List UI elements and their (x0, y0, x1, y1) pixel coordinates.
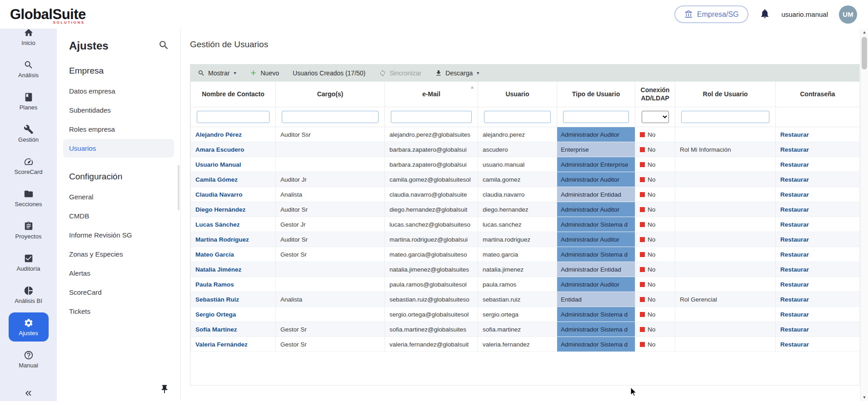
column-header-contrasena[interactable]: Contraseña (776, 82, 860, 107)
scrollbar-thumb[interactable] (862, 37, 867, 69)
sidebar-item-general[interactable]: General (63, 188, 174, 206)
restaurar-link[interactable]: Restaurar (780, 191, 809, 198)
column-header-name[interactable]: Nombre de Contacto (191, 82, 276, 107)
user-name-link[interactable]: Amara Escudero (195, 146, 244, 153)
user-name-link[interactable]: Camila Gómez (195, 176, 238, 183)
filter-input-email[interactable] (391, 111, 472, 123)
filter-input-usuario[interactable] (484, 111, 551, 123)
ldap-status-icon (640, 267, 645, 272)
restaurar-link[interactable]: Restaurar (780, 176, 809, 183)
filter-input-cargo[interactable] (282, 111, 379, 123)
user-name-link[interactable]: Claudia Navarro (195, 191, 243, 198)
column-header-rol[interactable]: Rol de Usuario (675, 82, 776, 107)
rail-item-proyectos[interactable]: Proyectos (9, 216, 49, 245)
column-header-conexion[interactable]: Conexión AD/LDAP (635, 82, 675, 107)
cell-cargo: Analista (276, 292, 385, 307)
sidebar-search-button[interactable] (158, 40, 170, 52)
cell-name: Sofía Martínez (191, 322, 276, 337)
filter-input-tipo[interactable] (563, 111, 629, 123)
sidebar-item-cmdb[interactable]: CMDB (63, 207, 174, 225)
restaurar-link[interactable]: Restaurar (780, 206, 809, 213)
restaurar-link[interactable]: Restaurar (780, 326, 809, 333)
ldap-status-icon (640, 207, 645, 212)
user-name-link[interactable]: Diego Hernández (195, 206, 245, 213)
restaurar-link[interactable]: Restaurar (780, 341, 809, 348)
restaurar-link[interactable]: Restaurar (780, 221, 809, 228)
rail-item-ajustes[interactable]: Ajustes (9, 312, 49, 342)
nuevo-button[interactable]: Nuevo (249, 69, 279, 77)
restaurar-link[interactable]: Restaurar (780, 146, 809, 153)
user-name-link[interactable]: Usuario Manual (195, 161, 241, 168)
cell-email: sebastian.ruiz@globalsuiteso (385, 292, 478, 307)
rail-item-inicio[interactable]: Inicio (9, 29, 49, 51)
user-row: Valeria FernándezGestor Srvaleria.fernan… (191, 337, 860, 352)
restaurar-link[interactable]: Restaurar (780, 296, 809, 303)
rail-item-analisis-bi[interactable]: Análisis BI (9, 280, 49, 309)
rail-item-scorecard[interactable]: ScoreCard (9, 151, 49, 180)
collapse-rail-button[interactable]: « (25, 386, 31, 398)
restaurar-link[interactable]: Restaurar (780, 161, 809, 168)
user-row: Claudia NavarroAnalistaclaudia.navarro@g… (191, 187, 860, 202)
rail-item-auditoria[interactable]: Auditoría (9, 248, 49, 277)
user-name-link[interactable]: Valeria Fernández (195, 341, 248, 348)
rail-item-label: Proyectos (15, 233, 42, 239)
restaurar-link[interactable]: Restaurar (780, 131, 809, 138)
user-name-link[interactable]: Lucas Sánchez (195, 221, 240, 228)
sidebar-section-title-empresa: Empresa (57, 52, 180, 81)
search-icon (158, 40, 170, 51)
help-icon (24, 350, 34, 360)
user-row: Sergio Ortegasergio.ortega@globalsuiteso… (191, 307, 860, 322)
company-sg-button[interactable]: Empresa/SG (674, 5, 749, 23)
sidebar-item-scorecard[interactable]: ScoreCard (63, 283, 174, 302)
sincronizar-button[interactable]: Sincronizar (379, 69, 421, 77)
descarga-button[interactable]: Descarga ▾ (435, 69, 479, 77)
mostrar-button[interactable]: Mostrar ▾ (198, 69, 236, 77)
user-name-link[interactable]: Alejandro Pérez (195, 131, 242, 138)
sidebar-item-datos-empresa[interactable]: Datos empresa (63, 82, 174, 100)
column-header-email[interactable]: e-Mail▲ (385, 82, 478, 107)
user-name-link[interactable]: Sebastián Ruiz (195, 296, 239, 303)
ldap-status-icon (640, 147, 645, 152)
user-name-link[interactable]: Martina Rodríguez (195, 236, 249, 243)
column-header-cargo[interactable]: Cargo(s) (276, 82, 385, 107)
scrollbar-down-arrow[interactable]: ▼ (861, 394, 868, 401)
rail-item-secciones[interactable]: Secciones (9, 183, 49, 213)
sidebar-item-subentidades[interactable]: Subentidades (63, 101, 174, 119)
restaurar-link[interactable]: Restaurar (780, 236, 809, 243)
user-name-link[interactable]: Sergio Ortega (195, 311, 236, 318)
filter-input-rol[interactable] (681, 111, 769, 123)
sidebar-item-zonas-y-especies[interactable]: Zonas y Especies (63, 245, 174, 263)
sidebar-item-alertas[interactable]: Alertas (63, 264, 174, 282)
restaurar-link[interactable]: Restaurar (780, 266, 809, 273)
scrollbar-up-arrow[interactable]: ▲ (861, 29, 868, 36)
vertical-scrollbar[interactable]: ▲ ▼ (860, 29, 868, 401)
restaurar-link[interactable]: Restaurar (780, 251, 809, 258)
sidebar-scrollbar-thumb[interactable] (178, 165, 180, 210)
sidebar-item-roles-empresa[interactable]: Roles empresa (63, 120, 174, 139)
user-name-link[interactable]: Mateo García (195, 251, 234, 258)
rail-item-gestion[interactable]: Gestión (9, 119, 49, 148)
sidebar-item-tickets[interactable]: Tickets (63, 302, 174, 321)
cell-contrasena: Restaurar (776, 187, 860, 202)
restaurar-link[interactable]: Restaurar (780, 311, 809, 318)
user-name-link[interactable]: Natalia Jiménez (195, 266, 241, 273)
sidebar-item-informe-revision-sg[interactable]: Informe Revisión SG (63, 226, 174, 244)
notifications-button[interactable] (759, 8, 770, 20)
pin-sidebar-button[interactable] (160, 384, 170, 396)
column-header-usuario[interactable]: Usuario (478, 82, 557, 107)
filter-cell-contrasena (776, 107, 860, 127)
sidebar-item-usuarios[interactable]: Usuarios (63, 139, 174, 158)
user-row: Martina RodríguezAuditor Srmartina.rodri… (191, 232, 860, 247)
filter-select-conexion[interactable] (642, 111, 669, 123)
user-avatar[interactable]: UM (839, 5, 857, 24)
restaurar-link[interactable]: Restaurar (780, 281, 809, 288)
user-name-link[interactable]: Sofía Martínez (195, 326, 237, 333)
cell-usuario: sergio.ortega (478, 307, 557, 322)
column-header-tipo[interactable]: Tipo de Usuario (557, 82, 635, 107)
usuarios-creados-counter: Usuarios Creados (17/50) (293, 69, 365, 77)
rail-item-planes[interactable]: Planes (9, 87, 49, 116)
rail-item-analisis[interactable]: Análisis (9, 54, 49, 84)
user-name-link[interactable]: Paula Ramos (195, 281, 234, 288)
filter-input-name[interactable] (197, 111, 269, 123)
rail-item-manual[interactable]: Manual (9, 345, 49, 374)
